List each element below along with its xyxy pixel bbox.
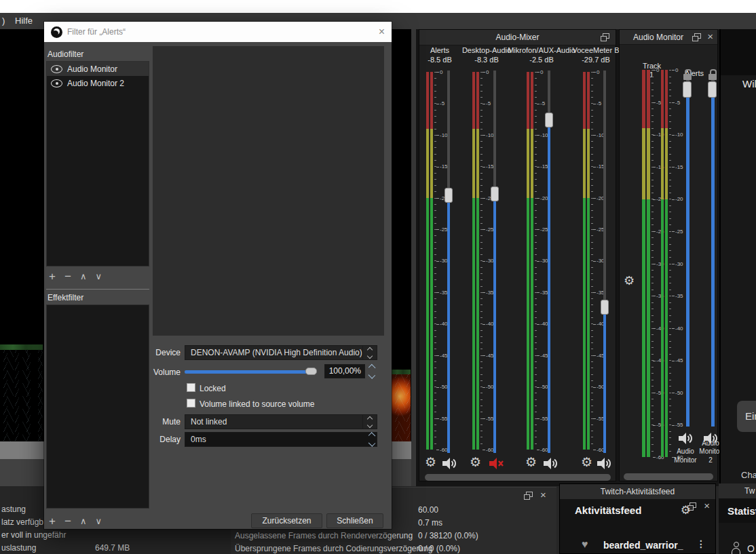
meter-scale-label: -50 [672, 390, 683, 396]
meter-scale-label: -40 [483, 321, 494, 327]
channel-speaker-icon[interactable] [597, 457, 613, 470]
visibility-eye-icon[interactable] [51, 79, 62, 87]
fader-fill [603, 307, 606, 453]
scene-grass-strip [0, 344, 43, 350]
channel-gear-icon[interactable]: ⚙ [525, 456, 537, 469]
fader-handle[interactable] [491, 186, 499, 201]
menu-item-hilfe[interactable]: Hilfe [15, 13, 33, 29]
meter-bar [430, 72, 433, 450]
mute-label: Mute [126, 417, 181, 427]
mute-spinner[interactable] [362, 415, 377, 429]
locked-checkbox[interactable] [187, 383, 195, 392]
monitor-close-icon[interactable]: × [707, 32, 713, 41]
mixer-body: Alerts-8.5 dB0-5-10-15-20-25-30-35-40-45… [419, 45, 616, 481]
audio-filters-label: Audiofilter [48, 50, 83, 59]
feed-gear-icon[interactable]: ⚙ [681, 504, 691, 517]
fader-fill [493, 194, 496, 453]
device-spinner[interactable] [362, 346, 377, 359]
meter-scale-label: -15 [436, 163, 448, 170]
add-effect-filter-button[interactable]: + [49, 515, 56, 528]
meter-scale-label: -25 [672, 229, 683, 235]
feed-username[interactable]: bearded_warrior_ [603, 540, 683, 551]
chat-tab-fragment[interactable]: Cha [741, 470, 756, 480]
chat-button-fragment[interactable]: Ein [737, 401, 756, 432]
filter-item-label: Audio Monitor [67, 64, 117, 74]
volume-slider-track[interactable] [185, 370, 307, 374]
dialog-title-bar[interactable]: Filter für „Alerts“ × [44, 22, 392, 42]
filter-list-item[interactable]: Audio Monitor [47, 62, 149, 76]
status-row-label: er voll in ungefähr [1, 530, 66, 540]
monitor-fader-handle[interactable] [683, 81, 692, 98]
fader-handle[interactable] [601, 300, 609, 315]
move-filter-up-button[interactable]: ∧ [80, 270, 87, 283]
meter-scale-label: 0 [593, 69, 599, 75]
monitor-fader-fill [686, 88, 689, 427]
feed-header: Aktivitätsfeed [575, 504, 641, 516]
menu-item-fragment[interactable]: ) [2, 13, 5, 29]
meter-scale-label: -35 [483, 290, 494, 296]
stats-popout-icon[interactable] [524, 492, 533, 500]
close-button[interactable]: Schließen [326, 513, 383, 528]
stats-row-value: 0 / 38120 (0.0%) [418, 531, 478, 540]
channel-speaker-icon[interactable] [543, 457, 559, 470]
mixer-channel-name: VoceeMeter B [572, 46, 619, 54]
reset-button[interactable]: Zurücksetzen [251, 513, 322, 528]
monitor-scrollbar[interactable] [624, 473, 713, 480]
channel-gear-icon[interactable]: ⚙ [470, 456, 481, 469]
audio-mixer-title: Audio-Mixer [419, 30, 616, 45]
scene-source-blue-thumbnail [0, 344, 43, 446]
fader-handle[interactable] [545, 113, 553, 127]
device-select[interactable]: DENON-AVAMP (NVIDIA High Definition Audi… [185, 345, 377, 360]
meter-scale-label: -30 [672, 261, 683, 267]
channel-speaker-icon[interactable] [442, 457, 458, 470]
meter-scale-label: -30 [436, 258, 448, 264]
monitor-popout-icon[interactable] [692, 33, 701, 41]
visibility-eye-icon[interactable] [51, 65, 62, 73]
delay-spinbox[interactable]: 0ms [185, 432, 377, 447]
stats-row-value: 60.00 [418, 505, 438, 515]
feed-close-icon[interactable]: × [704, 501, 710, 511]
move-effect-down-button[interactable]: ∨ [95, 515, 102, 528]
mixer-scrollbar[interactable] [425, 474, 611, 481]
monitor-fader-handle[interactable] [708, 81, 717, 98]
audio-filter-list[interactable]: Audio MonitorAudio Monitor 2 [46, 61, 149, 266]
mixer-popout-icon[interactable] [601, 33, 609, 41]
channel-mute-icon[interactable] [489, 457, 505, 470]
volume-linked-checkbox[interactable] [187, 399, 195, 408]
stats-close-icon[interactable]: × [540, 490, 546, 500]
feed-item-menu-icon[interactable]: ⋮ [696, 538, 706, 549]
unlock-icon[interactable] [683, 74, 692, 80]
dialog-close-icon[interactable]: × [379, 26, 385, 38]
monitor-gear-icon[interactable]: ⚙ [624, 274, 635, 288]
unlock-icon[interactable] [708, 74, 717, 80]
meter-scale-label: -10 [537, 132, 548, 138]
monitor-speaker-icon[interactable] [678, 432, 694, 445]
meter-scale-label: -5 [672, 100, 680, 106]
mute-select[interactable]: Not linked [185, 414, 377, 429]
effect-filter-list[interactable] [46, 304, 149, 509]
meter-scale-label: -5 [483, 100, 491, 106]
mixer-channel-name: Desktop-Audio [462, 46, 511, 54]
fader-handle[interactable] [445, 188, 453, 203]
meter-scale-label: -30 [537, 258, 548, 264]
meter-scale-label: -35 [537, 290, 548, 296]
remove-filter-button[interactable]: − [64, 270, 71, 283]
meter-scale-label: -5 [593, 100, 601, 106]
filter-list-item[interactable]: Audio Monitor 2 [47, 76, 149, 90]
stats-row-label: Ausgelassene Frames durch Renderverzöger… [235, 531, 413, 540]
delay-spinner[interactable] [366, 432, 377, 447]
monitor-fader-fill [711, 88, 715, 427]
heart-icon: ♥ [582, 538, 588, 551]
volume-slider-handle[interactable] [305, 368, 317, 375]
move-filter-down-button[interactable]: ∨ [95, 270, 102, 283]
channel-gear-icon[interactable]: ⚙ [581, 456, 592, 469]
volume-value[interactable]: 100,00% [324, 364, 365, 378]
status-row-label: uslastung [1, 543, 36, 553]
add-filter-button[interactable]: + [49, 270, 56, 283]
mixer-channel-db: -8.3 dB [474, 56, 498, 64]
move-effect-up-button[interactable]: ∧ [80, 515, 87, 528]
meter-scale-label: -60 [436, 447, 448, 453]
volume-spinner[interactable] [366, 364, 377, 378]
remove-effect-filter-button[interactable]: − [64, 515, 71, 528]
channel-gear-icon[interactable]: ⚙ [425, 456, 436, 469]
